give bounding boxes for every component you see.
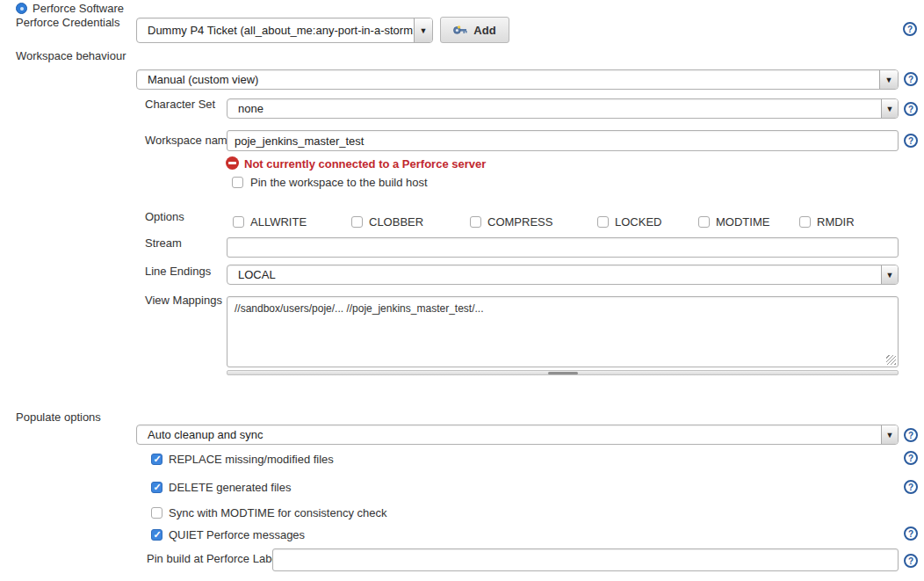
scm-radio-perforce[interactable] — [16, 3, 27, 14]
help-icon[interactable]: ? — [904, 72, 918, 86]
option-clobber-label[interactable]: CLOBBER — [369, 215, 423, 229]
help-icon[interactable]: ? — [904, 480, 918, 494]
textarea-drag-handle[interactable] — [227, 370, 899, 375]
pin-build-input[interactable] — [272, 548, 899, 571]
charset-label: Character Set — [145, 98, 215, 111]
charset-select[interactable]: none ▼ — [227, 98, 899, 119]
connection-error-message: Not currently connected to a Perforce se… — [244, 157, 486, 171]
option-allwrite-checkbox[interactable] — [233, 216, 244, 228]
pin-workspace-checkbox[interactable] — [232, 177, 243, 188]
line-endings-selected-value: LOCAL — [227, 268, 881, 281]
option-compress-checkbox[interactable] — [470, 216, 481, 228]
populate-selected-value: Auto cleanup and sync — [137, 428, 881, 441]
stream-label: Stream — [145, 236, 182, 250]
chevron-down-icon[interactable]: ▼ — [881, 265, 898, 284]
workspace-behaviour-label: Workspace behaviour — [16, 49, 126, 62]
chevron-down-icon[interactable]: ▼ — [879, 70, 898, 89]
stream-input[interactable] — [227, 237, 899, 258]
quiet-messages-checkbox[interactable] — [151, 529, 162, 541]
textarea-resize-grip-icon[interactable] — [886, 355, 896, 365]
option-modtime-checkbox[interactable] — [698, 216, 710, 228]
add-button-label: Add — [473, 24, 495, 37]
credentials-label: Perforce Credentials — [16, 16, 120, 29]
delete-files-checkbox[interactable] — [151, 482, 162, 493]
option-modtime-label[interactable]: MODTIME — [716, 215, 769, 229]
option-locked-label[interactable]: LOCKED — [615, 215, 661, 229]
delete-files-label[interactable]: DELETE generated files — [169, 481, 291, 494]
replace-files-label[interactable]: REPLACE missing/modified files — [169, 453, 334, 466]
workspace-name-input[interactable] — [227, 130, 899, 151]
help-icon[interactable]: ? — [904, 451, 918, 465]
help-icon[interactable]: ? — [904, 428, 918, 442]
key-icon — [453, 25, 468, 35]
workspace-behaviour-selected-value: Manual (custom view) — [137, 73, 879, 86]
chevron-down-icon[interactable]: ▼ — [881, 425, 898, 444]
credentials-select[interactable]: Dummy P4 Ticket (all_about_me:any-port-i… — [136, 18, 433, 43]
options-label: Options — [145, 210, 184, 223]
workspace-name-label: Workspace name — [145, 134, 234, 147]
option-rmdir-checkbox[interactable] — [799, 216, 811, 228]
option-compress-label[interactable]: COMPRESS — [487, 215, 552, 229]
quiet-messages-label[interactable]: QUIET Perforce messages — [169, 528, 305, 541]
help-icon[interactable]: ? — [904, 554, 918, 568]
populate-options-label: Populate options — [16, 410, 101, 424]
option-rmdir-label[interactable]: RMDIR — [817, 215, 855, 229]
help-icon[interactable]: ? — [904, 102, 918, 116]
perforce-scm-config-form: Perforce Software Perforce Credentials D… — [0, 0, 924, 581]
help-icon[interactable]: ? — [903, 22, 917, 36]
option-clobber-checkbox[interactable] — [351, 216, 363, 228]
credentials-selected-value: Dummy P4 Ticket (all_about_me:any-port-i… — [137, 24, 414, 37]
pin-workspace-checkbox-label[interactable]: Pin the workspace to the build host — [250, 176, 428, 189]
option-allwrite-label[interactable]: ALLWRITE — [250, 215, 307, 229]
sync-modtime-checkbox[interactable] — [151, 507, 162, 519]
workspace-behaviour-select[interactable]: Manual (custom view) ▼ — [136, 69, 899, 90]
option-locked-checkbox[interactable] — [597, 216, 609, 228]
add-credential-button[interactable]: Add — [440, 17, 509, 43]
sync-modtime-label[interactable]: Sync with MODTIME for consistency check — [169, 506, 387, 519]
pin-build-label: Pin build at Perforce Label — [147, 552, 280, 565]
chevron-down-icon[interactable]: ▼ — [414, 18, 432, 42]
error-stop-icon — [226, 156, 239, 170]
view-mappings-label: View Mappings — [145, 294, 222, 307]
charset-selected-value: none — [227, 102, 881, 115]
replace-files-checkbox[interactable] — [151, 454, 162, 465]
help-icon[interactable]: ? — [904, 134, 918, 148]
line-endings-select[interactable]: LOCAL ▼ — [227, 265, 899, 285]
populate-select[interactable]: Auto cleanup and sync ▼ — [136, 425, 899, 445]
line-endings-label: Line Endings — [145, 265, 211, 278]
help-icon[interactable]: ? — [904, 527, 918, 541]
view-mappings-textarea[interactable]: //sandbox/users/poje/... //poje_jenkins_… — [227, 296, 899, 367]
chevron-down-icon[interactable]: ▼ — [881, 99, 898, 118]
scm-radio-label[interactable]: Perforce Software — [32, 2, 124, 15]
